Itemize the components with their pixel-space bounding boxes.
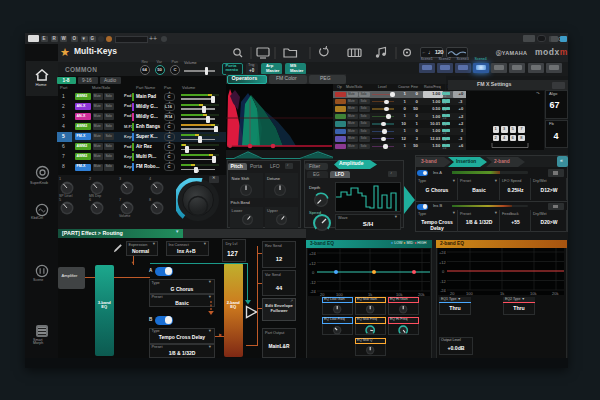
svg-text:10k: 10k [530, 290, 536, 295]
svg-text:-24: -24 [310, 289, 317, 294]
svg-text:20: 20 [450, 290, 455, 295]
svg-text:20: 20 [320, 292, 325, 297]
svg-text:20k: 20k [418, 292, 424, 297]
svg-text:+24: +24 [439, 250, 447, 255]
svg-text:1k: 1k [368, 292, 372, 297]
svg-text:100: 100 [466, 290, 473, 295]
svg-text:20k: 20k [552, 290, 558, 295]
svg-text:+24: +24 [309, 251, 317, 256]
svg-text:100: 100 [336, 292, 343, 297]
svg-text:+12: +12 [309, 261, 317, 266]
svg-text:+12: +12 [439, 259, 447, 264]
svg-text:-12: -12 [440, 278, 447, 283]
svg-text:10k: 10k [396, 292, 402, 297]
svg-text:1k: 1k [500, 290, 504, 295]
svg-text:-24: -24 [440, 288, 447, 293]
svg-text:-12: -12 [310, 280, 317, 285]
